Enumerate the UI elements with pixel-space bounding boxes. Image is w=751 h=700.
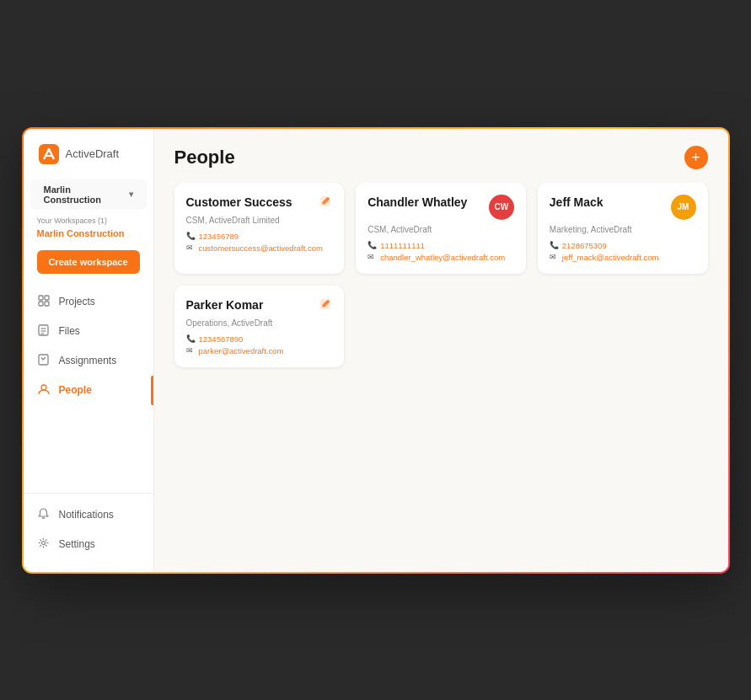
svg-point-11: [42, 541, 46, 544]
person-card-jeff-mack: Jeff Mack JM Marketing, ActiveDraft 📞 21…: [538, 183, 708, 274]
app-window: ActiveDraft Marlin Construction ▾ Your W…: [22, 127, 730, 574]
settings-icon: [37, 537, 51, 551]
people-grid: Customer Success CSM, ActiveDraft Limite…: [174, 183, 708, 367]
person-role: CSM, ActiveDraft: [367, 225, 514, 234]
svg-point-10: [41, 385, 46, 390]
email-address[interactable]: customersuccess@activedraft.com: [199, 243, 323, 253]
sidebar-item-projects[interactable]: Projects: [24, 287, 153, 317]
email-item: ✉ parker@activedraft.com: [186, 346, 333, 355]
logo-area: ActiveDraft: [24, 142, 153, 179]
person-contact: 📞 123456789 ✉ customersuccess@activedraf…: [186, 232, 333, 253]
people-label: People: [59, 384, 92, 396]
page-title: People: [174, 147, 235, 168]
files-label: Files: [59, 325, 80, 337]
sidebar-item-settings[interactable]: Settings: [24, 530, 153, 558]
phone-number[interactable]: 1111111111: [380, 241, 425, 250]
svg-rect-0: [39, 144, 59, 164]
email-icon: ✉: [186, 243, 195, 252]
email-icon: ✉: [550, 253, 558, 261]
assignments-label: Assignments: [59, 355, 117, 366]
card-header: Parker Komar: [186, 297, 333, 313]
sidebar-item-notifications[interactable]: Notifications: [24, 500, 153, 530]
nav-items: Projects Files: [24, 287, 153, 486]
person-role: Operations, ActiveDraft: [186, 318, 333, 328]
main-header: People +: [154, 129, 728, 183]
sidebar: ActiveDraft Marlin Construction ▾ Your W…: [24, 129, 154, 572]
person-name: Chandler Whatley: [367, 195, 489, 210]
person-role: Marketing, ActiveDraft: [550, 225, 696, 234]
create-workspace-button[interactable]: Create workspace: [37, 250, 140, 274]
sidebar-item-people[interactable]: People: [24, 376, 153, 405]
phone-item: 📞 1111111111: [367, 241, 514, 250]
person-name: Customer Success: [186, 195, 319, 210]
phone-number[interactable]: 1234567890: [199, 334, 244, 344]
email-item: ✉ chandler_whatley@activedraft.com: [367, 253, 514, 262]
svg-rect-3: [39, 302, 43, 306]
card-header: Jeff Mack JM: [550, 195, 696, 220]
person-card-parker-komar: Parker Komar Operations, ActiveDraft: [174, 286, 345, 367]
person-name: Parker Komar: [186, 297, 319, 313]
email-address[interactable]: jeff_mack@activedraft.com: [562, 253, 659, 262]
phone-icon: 📞: [550, 241, 558, 249]
avatar: CW: [489, 195, 514, 220]
svg-rect-4: [45, 302, 49, 306]
email-item: ✉ customersuccess@activedraft.com: [186, 243, 333, 253]
people-icon: [37, 383, 51, 398]
phone-icon: 📞: [186, 232, 195, 240]
workspace-name: Marlin Construction: [44, 184, 129, 205]
email-address[interactable]: parker@activedraft.com: [199, 346, 284, 355]
notifications-label: Notifications: [59, 509, 114, 521]
add-person-button[interactable]: +: [684, 146, 708, 169]
person-contact: 📞 2128675309 ✉ jeff_mack@activedraft.com: [550, 241, 696, 262]
phone-item: 📞 2128675309: [550, 241, 696, 250]
avatar: JM: [671, 195, 696, 220]
cards-container: Customer Success CSM, ActiveDraft Limite…: [154, 183, 728, 572]
sidebar-item-files[interactable]: Files: [24, 317, 153, 346]
phone-icon: 📞: [367, 241, 376, 249]
svg-rect-2: [45, 296, 49, 300]
edit-icon[interactable]: [319, 297, 332, 313]
sidebar-item-assignments[interactable]: Assignments: [24, 346, 153, 376]
card-header: Chandler Whatley CW: [367, 195, 514, 220]
phone-icon: 📞: [186, 334, 195, 343]
edit-icon[interactable]: [319, 195, 332, 211]
settings-label: Settings: [59, 538, 95, 550]
phone-item: 📞 123456789: [186, 232, 333, 241]
person-contact: 📞 1111111111 ✉ chandler_whatley@activedr…: [367, 241, 514, 262]
main-content: People + Customer Success: [154, 129, 728, 572]
email-icon: ✉: [367, 253, 376, 261]
card-header: Customer Success: [186, 195, 333, 211]
sidebar-bottom: Notifications Settings: [24, 493, 153, 558]
email-icon: ✉: [186, 346, 195, 355]
chevron-down-icon: ▾: [129, 190, 133, 199]
person-contact: 📞 1234567890 ✉ parker@activedraft.com: [186, 334, 333, 355]
logo-icon: [37, 142, 61, 166]
svg-rect-1: [39, 296, 43, 300]
logo-text: ActiveDraft: [66, 147, 120, 160]
projects-icon: [37, 295, 51, 309]
email-address[interactable]: chandler_whatley@activedraft.com: [380, 253, 505, 262]
person-name: Jeff Mack: [550, 195, 671, 210]
phone-number[interactable]: 123456789: [199, 232, 239, 241]
phone-number[interactable]: 2128675309: [562, 241, 607, 250]
projects-label: Projects: [59, 296, 95, 307]
person-role: CSM, ActiveDraft Limited: [186, 216, 333, 225]
assignments-icon: [37, 354, 51, 368]
email-item: ✉ jeff_mack@activedraft.com: [550, 253, 696, 262]
workspace-selector[interactable]: Marlin Construction ▾: [30, 179, 147, 210]
workspace-link[interactable]: Marlin Construction: [24, 227, 153, 247]
phone-item: 📞 1234567890: [186, 334, 333, 344]
person-card-chandler-whatley: Chandler Whatley CW CSM, ActiveDraft 📞 1…: [356, 183, 526, 274]
person-card-customer-success: Customer Success CSM, ActiveDraft Limite…: [174, 183, 345, 274]
workspace-label: Your Workspaces (1): [24, 216, 153, 227]
notifications-icon: [37, 508, 51, 522]
files-icon: [37, 324, 51, 339]
